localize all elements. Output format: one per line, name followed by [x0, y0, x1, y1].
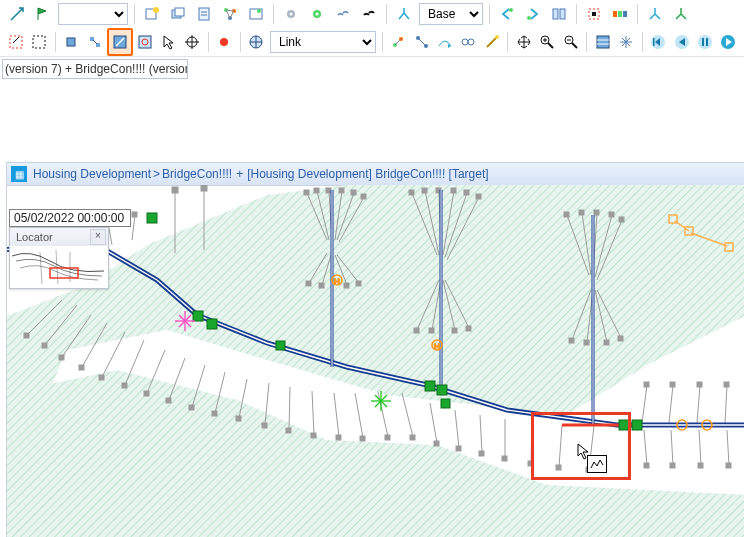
- locator-close-icon[interactable]: ×: [90, 229, 106, 245]
- svg-rect-158: [236, 416, 241, 421]
- title-text-3: [Housing Development] BridgeCon!!!! [Tar…: [247, 167, 488, 181]
- graph-icon[interactable]: [218, 2, 242, 26]
- svg-rect-74: [314, 188, 319, 193]
- svg-rect-213: [619, 420, 629, 430]
- target-icon[interactable]: [181, 30, 202, 54]
- gear-green-icon[interactable]: [305, 2, 329, 26]
- svg-line-199: [699, 430, 701, 465]
- svg-rect-84: [306, 281, 311, 286]
- pointer-icon[interactable]: [158, 30, 179, 54]
- svg-point-16: [509, 8, 513, 12]
- select-rect-icon[interactable]: [28, 30, 49, 54]
- match-icon[interactable]: [458, 30, 479, 54]
- svg-rect-18: [553, 9, 558, 19]
- table-icon[interactable]: [592, 30, 613, 54]
- zoom-out-icon[interactable]: [560, 30, 581, 54]
- window-title-bar[interactable]: ▦ Housing Development > BridgeCon!!!! + …: [7, 163, 744, 186]
- analyze-icon[interactable]: [135, 30, 156, 54]
- node-tool-icon[interactable]: [61, 30, 82, 54]
- zoom-in-icon[interactable]: [537, 30, 558, 54]
- svg-line-183: [559, 425, 562, 467]
- separator: [507, 32, 508, 52]
- edge-tool-icon[interactable]: [84, 30, 105, 54]
- wand-icon[interactable]: [481, 30, 502, 54]
- title-sep: >: [153, 167, 160, 181]
- graph-tool-2-icon[interactable]: [411, 30, 432, 54]
- fit-icon[interactable]: [244, 2, 268, 26]
- svg-rect-148: [122, 383, 127, 388]
- svg-rect-208: [207, 319, 217, 329]
- doc-icon[interactable]: [192, 2, 216, 26]
- color-swatch-icon[interactable]: [608, 2, 632, 26]
- svg-rect-178: [479, 451, 484, 456]
- svg-rect-108: [452, 328, 457, 333]
- title-plus: +: [236, 167, 243, 181]
- separator: [240, 32, 241, 52]
- svg-point-11: [257, 9, 261, 13]
- pause-icon[interactable]: [694, 30, 715, 54]
- network-canvas[interactable]: H H: [7, 185, 744, 537]
- svg-rect-23: [618, 11, 622, 17]
- highlighted-tool-icon[interactable]: [107, 28, 132, 56]
- separator: [576, 4, 577, 24]
- svg-text:H: H: [434, 342, 440, 351]
- svg-rect-120: [619, 217, 624, 222]
- base-dropdown[interactable]: Base: [419, 3, 483, 25]
- separator: [586, 32, 587, 52]
- locator-minimap[interactable]: [10, 246, 108, 288]
- branch-icon[interactable]: [392, 2, 416, 26]
- svg-rect-63: [706, 38, 708, 46]
- step-back-icon[interactable]: [648, 30, 669, 54]
- sync-right-icon[interactable]: [521, 2, 545, 26]
- layers-icon[interactable]: [166, 2, 190, 26]
- flag-icon[interactable]: [31, 2, 55, 26]
- svg-rect-142: [59, 355, 64, 360]
- separator: [55, 32, 56, 52]
- link-bold-icon[interactable]: [357, 2, 381, 26]
- branch-green-icon[interactable]: [669, 2, 693, 26]
- svg-rect-78: [339, 188, 344, 193]
- highlight-select-icon[interactable]: [582, 2, 606, 26]
- compare-icon[interactable]: [547, 2, 571, 26]
- svg-rect-102: [476, 194, 481, 199]
- svg-point-37: [220, 38, 228, 46]
- link-dropdown[interactable]: Link: [270, 31, 376, 53]
- graph-tool-1-icon[interactable]: [388, 30, 409, 54]
- svg-point-47: [495, 35, 499, 39]
- pan-icon[interactable]: [513, 30, 534, 54]
- play-icon[interactable]: [718, 30, 739, 54]
- play-back-icon[interactable]: [671, 30, 692, 54]
- network-svg: H H: [7, 185, 744, 537]
- svg-rect-190: [670, 382, 675, 387]
- svg-rect-110: [466, 326, 471, 331]
- svg-rect-116: [594, 210, 599, 215]
- record-icon[interactable]: [213, 30, 234, 54]
- gear-icon[interactable]: [279, 2, 303, 26]
- svg-rect-174: [434, 441, 439, 446]
- svg-rect-136: [132, 212, 137, 217]
- document-tab[interactable]: (version 7) + BridgeCon!!!! (version 2: [2, 59, 188, 79]
- svg-rect-70: [201, 185, 207, 191]
- document-tab-label: (version 7) + BridgeCon!!!! (version 2: [5, 62, 188, 76]
- locator-panel[interactable]: Locator ×: [9, 227, 109, 289]
- svg-rect-128: [618, 336, 623, 341]
- flow-arrow-icon[interactable]: [434, 30, 455, 54]
- svg-line-135: [132, 215, 135, 240]
- link-small-icon[interactable]: [331, 2, 355, 26]
- svg-rect-106: [429, 328, 434, 333]
- svg-rect-188: [644, 382, 649, 387]
- globe-icon[interactable]: [246, 30, 267, 54]
- svg-rect-198: [670, 463, 675, 468]
- grid-new-icon[interactable]: [140, 2, 164, 26]
- svg-rect-152: [166, 398, 171, 403]
- star-icon[interactable]: [616, 30, 637, 54]
- branch-alt-icon[interactable]: [643, 2, 667, 26]
- select-lasso-icon[interactable]: [5, 30, 26, 54]
- svg-line-191: [697, 385, 700, 423]
- svg-rect-170: [385, 435, 390, 440]
- sync-left-icon[interactable]: [495, 2, 519, 26]
- svg-rect-166: [336, 435, 341, 440]
- separator: [273, 4, 274, 24]
- color-dropdown[interactable]: [58, 3, 128, 25]
- nav-arrow-icon[interactable]: [5, 2, 29, 26]
